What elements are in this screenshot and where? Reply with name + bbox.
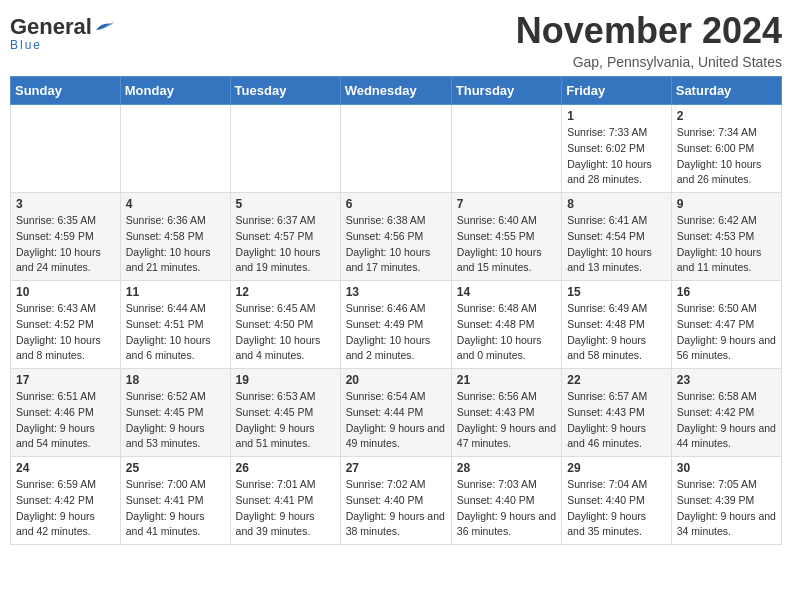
day-number: 13 (346, 285, 446, 299)
calendar-header-tuesday: Tuesday (230, 77, 340, 105)
day-info: Sunrise: 6:52 AM Sunset: 4:45 PM Dayligh… (126, 389, 225, 452)
day-info: Sunrise: 6:42 AM Sunset: 4:53 PM Dayligh… (677, 213, 776, 276)
day-info: Sunrise: 6:51 AM Sunset: 4:46 PM Dayligh… (16, 389, 115, 452)
calendar-cell: 28Sunrise: 7:03 AM Sunset: 4:40 PM Dayli… (451, 457, 561, 545)
calendar-cell: 17Sunrise: 6:51 AM Sunset: 4:46 PM Dayli… (11, 369, 121, 457)
logo: General Blue (10, 10, 114, 52)
day-number: 12 (236, 285, 335, 299)
calendar-cell: 26Sunrise: 7:01 AM Sunset: 4:41 PM Dayli… (230, 457, 340, 545)
day-number: 20 (346, 373, 446, 387)
calendar-cell (451, 105, 561, 193)
calendar-cell: 22Sunrise: 6:57 AM Sunset: 4:43 PM Dayli… (562, 369, 672, 457)
day-number: 2 (677, 109, 776, 123)
calendar-week-1: 1Sunrise: 7:33 AM Sunset: 6:02 PM Daylig… (11, 105, 782, 193)
calendar-cell: 2Sunrise: 7:34 AM Sunset: 6:00 PM Daylig… (671, 105, 781, 193)
calendar-cell: 23Sunrise: 6:58 AM Sunset: 4:42 PM Dayli… (671, 369, 781, 457)
calendar-week-3: 10Sunrise: 6:43 AM Sunset: 4:52 PM Dayli… (11, 281, 782, 369)
day-info: Sunrise: 7:02 AM Sunset: 4:40 PM Dayligh… (346, 477, 446, 540)
day-info: Sunrise: 6:56 AM Sunset: 4:43 PM Dayligh… (457, 389, 556, 452)
day-info: Sunrise: 6:40 AM Sunset: 4:55 PM Dayligh… (457, 213, 556, 276)
calendar-cell: 24Sunrise: 6:59 AM Sunset: 4:42 PM Dayli… (11, 457, 121, 545)
calendar-cell: 4Sunrise: 6:36 AM Sunset: 4:58 PM Daylig… (120, 193, 230, 281)
day-number: 25 (126, 461, 225, 475)
calendar-header-sunday: Sunday (11, 77, 121, 105)
calendar-cell: 25Sunrise: 7:00 AM Sunset: 4:41 PM Dayli… (120, 457, 230, 545)
day-info: Sunrise: 6:59 AM Sunset: 4:42 PM Dayligh… (16, 477, 115, 540)
calendar-week-5: 24Sunrise: 6:59 AM Sunset: 4:42 PM Dayli… (11, 457, 782, 545)
day-info: Sunrise: 7:34 AM Sunset: 6:00 PM Dayligh… (677, 125, 776, 188)
calendar-cell: 13Sunrise: 6:46 AM Sunset: 4:49 PM Dayli… (340, 281, 451, 369)
calendar-cell: 20Sunrise: 6:54 AM Sunset: 4:44 PM Dayli… (340, 369, 451, 457)
calendar-cell: 15Sunrise: 6:49 AM Sunset: 4:48 PM Dayli… (562, 281, 672, 369)
calendar-cell: 10Sunrise: 6:43 AM Sunset: 4:52 PM Dayli… (11, 281, 121, 369)
calendar-cell: 11Sunrise: 6:44 AM Sunset: 4:51 PM Dayli… (120, 281, 230, 369)
day-number: 8 (567, 197, 666, 211)
calendar-cell: 1Sunrise: 7:33 AM Sunset: 6:02 PM Daylig… (562, 105, 672, 193)
day-info: Sunrise: 6:35 AM Sunset: 4:59 PM Dayligh… (16, 213, 115, 276)
logo-general: General (10, 14, 92, 39)
day-info: Sunrise: 6:44 AM Sunset: 4:51 PM Dayligh… (126, 301, 225, 364)
day-info: Sunrise: 6:58 AM Sunset: 4:42 PM Dayligh… (677, 389, 776, 452)
calendar-header-friday: Friday (562, 77, 672, 105)
calendar-cell: 16Sunrise: 6:50 AM Sunset: 4:47 PM Dayli… (671, 281, 781, 369)
day-number: 10 (16, 285, 115, 299)
calendar-header-monday: Monday (120, 77, 230, 105)
day-info: Sunrise: 6:49 AM Sunset: 4:48 PM Dayligh… (567, 301, 666, 364)
calendar-cell: 29Sunrise: 7:04 AM Sunset: 4:40 PM Dayli… (562, 457, 672, 545)
day-number: 4 (126, 197, 225, 211)
calendar-week-2: 3Sunrise: 6:35 AM Sunset: 4:59 PM Daylig… (11, 193, 782, 281)
calendar-cell: 18Sunrise: 6:52 AM Sunset: 4:45 PM Dayli… (120, 369, 230, 457)
calendar-cell: 14Sunrise: 6:48 AM Sunset: 4:48 PM Dayli… (451, 281, 561, 369)
day-info: Sunrise: 6:48 AM Sunset: 4:48 PM Dayligh… (457, 301, 556, 364)
day-info: Sunrise: 7:01 AM Sunset: 4:41 PM Dayligh… (236, 477, 335, 540)
day-info: Sunrise: 6:53 AM Sunset: 4:45 PM Dayligh… (236, 389, 335, 452)
day-info: Sunrise: 7:05 AM Sunset: 4:39 PM Dayligh… (677, 477, 776, 540)
day-info: Sunrise: 7:33 AM Sunset: 6:02 PM Dayligh… (567, 125, 666, 188)
day-number: 30 (677, 461, 776, 475)
day-info: Sunrise: 6:41 AM Sunset: 4:54 PM Dayligh… (567, 213, 666, 276)
title-area: November 2024 Gap, Pennsylvania, United … (516, 10, 782, 70)
calendar-header-wednesday: Wednesday (340, 77, 451, 105)
month-title: November 2024 (516, 10, 782, 52)
day-info: Sunrise: 6:46 AM Sunset: 4:49 PM Dayligh… (346, 301, 446, 364)
logo-text: General (10, 16, 114, 38)
day-number: 27 (346, 461, 446, 475)
day-number: 18 (126, 373, 225, 387)
calendar-week-4: 17Sunrise: 6:51 AM Sunset: 4:46 PM Dayli… (11, 369, 782, 457)
calendar-cell: 5Sunrise: 6:37 AM Sunset: 4:57 PM Daylig… (230, 193, 340, 281)
day-number: 7 (457, 197, 556, 211)
day-number: 9 (677, 197, 776, 211)
calendar-cell: 7Sunrise: 6:40 AM Sunset: 4:55 PM Daylig… (451, 193, 561, 281)
calendar: SundayMondayTuesdayWednesdayThursdayFrid… (10, 76, 782, 545)
calendar-header-thursday: Thursday (451, 77, 561, 105)
day-number: 28 (457, 461, 556, 475)
day-number: 16 (677, 285, 776, 299)
day-number: 6 (346, 197, 446, 211)
day-info: Sunrise: 7:00 AM Sunset: 4:41 PM Dayligh… (126, 477, 225, 540)
calendar-cell (11, 105, 121, 193)
day-number: 19 (236, 373, 335, 387)
day-number: 3 (16, 197, 115, 211)
day-info: Sunrise: 6:38 AM Sunset: 4:56 PM Dayligh… (346, 213, 446, 276)
calendar-cell: 3Sunrise: 6:35 AM Sunset: 4:59 PM Daylig… (11, 193, 121, 281)
day-number: 17 (16, 373, 115, 387)
day-info: Sunrise: 7:03 AM Sunset: 4:40 PM Dayligh… (457, 477, 556, 540)
day-info: Sunrise: 6:45 AM Sunset: 4:50 PM Dayligh… (236, 301, 335, 364)
day-number: 29 (567, 461, 666, 475)
day-number: 23 (677, 373, 776, 387)
day-number: 21 (457, 373, 556, 387)
day-info: Sunrise: 6:36 AM Sunset: 4:58 PM Dayligh… (126, 213, 225, 276)
day-number: 15 (567, 285, 666, 299)
calendar-header-row: SundayMondayTuesdayWednesdayThursdayFrid… (11, 77, 782, 105)
day-number: 26 (236, 461, 335, 475)
logo-sub: Blue (10, 38, 42, 52)
day-info: Sunrise: 6:37 AM Sunset: 4:57 PM Dayligh… (236, 213, 335, 276)
day-number: 5 (236, 197, 335, 211)
calendar-cell (340, 105, 451, 193)
day-number: 14 (457, 285, 556, 299)
calendar-header-saturday: Saturday (671, 77, 781, 105)
day-info: Sunrise: 6:43 AM Sunset: 4:52 PM Dayligh… (16, 301, 115, 364)
day-info: Sunrise: 6:50 AM Sunset: 4:47 PM Dayligh… (677, 301, 776, 364)
calendar-cell: 6Sunrise: 6:38 AM Sunset: 4:56 PM Daylig… (340, 193, 451, 281)
day-number: 24 (16, 461, 115, 475)
